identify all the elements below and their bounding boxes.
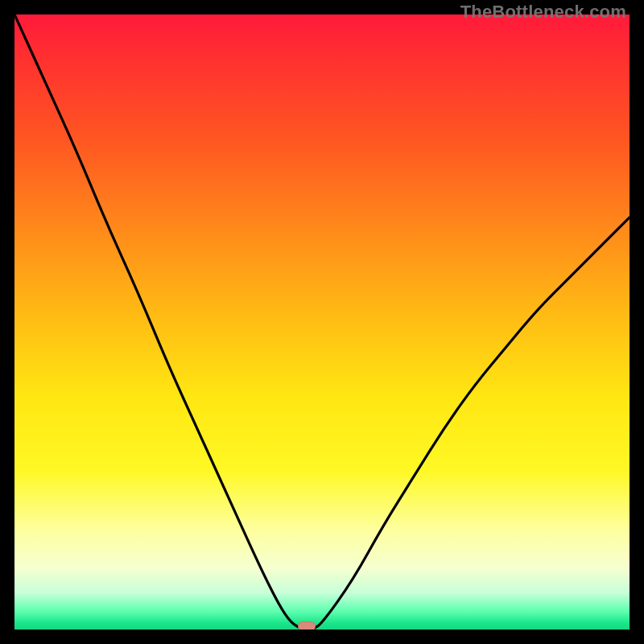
- bottleneck-curve: [14, 14, 630, 630]
- chart-frame: TheBottleneck.com: [0, 0, 644, 644]
- plot-area: [14, 14, 630, 630]
- watermark-label: TheBottleneck.com: [460, 2, 626, 23]
- optimum-marker: [298, 621, 316, 630]
